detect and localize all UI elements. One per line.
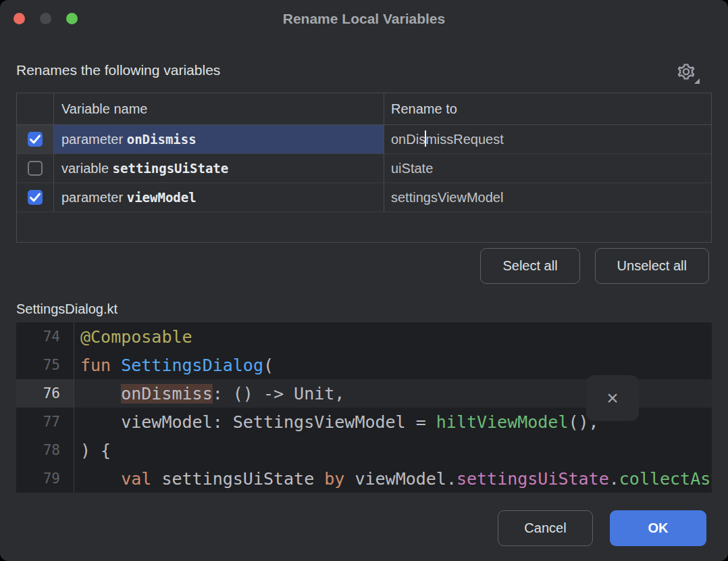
select-all-button[interactable]: Select all (480, 248, 579, 284)
table-row[interactable]: parameter viewModel settingsViewModel (17, 183, 711, 212)
line-number: 74 (16, 322, 74, 351)
row-checkbox[interactable] (28, 190, 43, 205)
table-row[interactable]: parameter onDismiss onDismissRequest (17, 125, 711, 154)
code-token: collectAsState (619, 469, 712, 489)
variable-kind: parameter (61, 190, 127, 205)
code-token: viewModel. (355, 469, 457, 489)
variable-identifier: settingsUiState (113, 161, 229, 176)
settings-gear-button[interactable] (671, 58, 701, 85)
variable-name-cell[interactable]: parameter onDismiss (54, 125, 384, 153)
checkbox-cell[interactable] (17, 154, 54, 182)
line-number: 78 (16, 436, 74, 464)
code-line: 79 val settingsUiState by viewModel.sett… (16, 464, 712, 493)
row-checkbox[interactable] (28, 132, 43, 147)
variables-table: Variable name Rename to parameter onDism… (16, 93, 712, 243)
row-checkbox[interactable] (28, 161, 43, 176)
code-token: by (324, 469, 355, 489)
code-token: settingsUiState (457, 469, 609, 489)
line-number: 75 (16, 351, 74, 379)
code-token: hiltViewModel (436, 412, 569, 432)
code-line: 78 ) { (16, 436, 712, 464)
code-token: @Composable (80, 327, 192, 347)
code-token: onDismiss (121, 384, 212, 404)
code-token (80, 384, 121, 404)
rename-to-cell[interactable]: onDismissRequest (384, 125, 711, 153)
code-token: val (121, 469, 161, 489)
code-token: ( (263, 356, 274, 375)
window-title: Rename Local Variables (0, 0, 728, 38)
dialog-description: Renames the following variables (16, 62, 220, 78)
code-token: : () -> Unit, (213, 384, 345, 404)
variable-name-cell[interactable]: variable settingsUiState (54, 154, 384, 182)
title-bar: Rename Local Variables (0, 0, 728, 38)
checkbox-cell[interactable] (17, 125, 54, 153)
code-token: settingsUiState (161, 469, 324, 489)
line-number: 79 (16, 464, 74, 493)
code-line: 74 @Composable (16, 322, 712, 351)
code-token: . (609, 469, 619, 489)
rename-value-before-caret: onDis (391, 132, 425, 147)
checkmark-icon (29, 192, 41, 203)
preview-file-name: SettingsDialog.kt (16, 301, 118, 317)
line-number: 76 (16, 379, 74, 408)
unselect-all-button[interactable]: Unselect all (595, 248, 709, 284)
preview-close-button[interactable]: × (586, 375, 639, 421)
rename-value-after-caret: missRequest (425, 132, 504, 147)
code-text: @Composable (74, 327, 192, 347)
header-rename-to: Rename to (384, 93, 711, 124)
code-text: val settingsUiState by viewModel.setting… (74, 469, 712, 489)
variable-identifier: onDismiss (127, 132, 197, 147)
checkmark-icon (29, 134, 41, 145)
table-header-row: Variable name Rename to (17, 93, 711, 125)
code-text: ) { (74, 441, 111, 460)
code-token: SettingsDialog (121, 356, 263, 375)
variable-kind: variable (61, 161, 113, 176)
code-text: fun SettingsDialog( (74, 356, 274, 375)
code-token: ) { (80, 441, 111, 460)
rename-value: uiState (391, 161, 433, 176)
line-number: 77 (16, 408, 74, 436)
dropdown-caret-icon (694, 78, 700, 84)
cancel-button[interactable]: Cancel (498, 510, 593, 546)
variable-name-cell[interactable]: parameter viewModel (54, 183, 384, 212)
variable-kind: parameter (61, 132, 127, 147)
checkbox-cell[interactable] (17, 183, 54, 212)
code-text: viewModel: SettingsViewModel = hiltViewM… (74, 412, 599, 432)
ok-button[interactable]: OK (610, 510, 706, 546)
code-token: viewModel: SettingsViewModel = (80, 412, 436, 432)
close-icon: × (606, 388, 619, 408)
header-checkbox-column (17, 93, 54, 124)
table-row[interactable]: variable settingsUiState uiState (17, 154, 711, 183)
code-token (80, 469, 121, 489)
rename-to-cell[interactable]: settingsViewModel (384, 183, 711, 212)
rename-value: settingsViewModel (391, 190, 503, 205)
code-token: fun (80, 356, 121, 375)
header-variable-name: Variable name (54, 93, 384, 124)
rename-dialog-window: Rename Local Variables Renames the follo… (0, 0, 728, 561)
code-text: onDismiss: () -> Unit, (74, 384, 344, 404)
variable-identifier: viewModel (127, 190, 197, 205)
rename-to-cell[interactable]: uiState (384, 154, 711, 182)
selection-buttons: Select all Unselect all (480, 248, 709, 284)
table-empty-area (17, 212, 711, 242)
